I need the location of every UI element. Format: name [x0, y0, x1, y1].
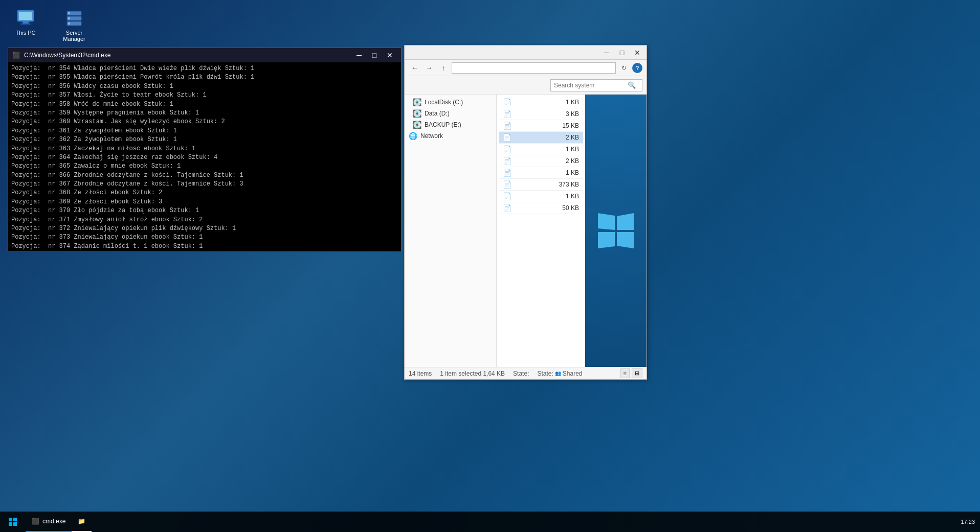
list-view-button[interactable]: ≡ — [620, 368, 630, 378]
cmd-line: Pozycja: nr 369 Ze złości ebook Sztuk: 3 — [11, 198, 398, 206]
svg-marker-10 — [598, 213, 615, 230]
cmd-line: Pozycja: nr 371 Zmysłowy anioł stróż ebo… — [11, 216, 398, 224]
file-name-cell: 📄 — [499, 108, 532, 120]
file-name-cell: 📄 — [499, 202, 532, 214]
address-bar[interactable] — [452, 62, 616, 74]
nav-refresh-button[interactable]: ↻ — [618, 62, 630, 74]
taskbar-cmd-item[interactable]: ⬛ cmd.exe — [26, 512, 72, 532]
desktop-icon-this-pc[interactable]: This PC — [5, 5, 46, 38]
desktop-icon-server-manager[interactable]: Server Manager — [54, 5, 95, 44]
sidebar-item-network[interactable]: 🌐 Network — [405, 130, 496, 142]
cmd-line: Pozycja: nr 358 Wróć do mnie ebook Sztuk… — [11, 100, 398, 109]
taskbar-explorer-item[interactable]: 📁 — [72, 512, 92, 532]
cmd-minimize-button[interactable]: ─ — [352, 48, 366, 62]
server-manager-label: Server Manager — [56, 30, 93, 42]
cmd-line: Pozycja: nr 373 Zniewalający opiekun ebo… — [11, 233, 398, 242]
table-row[interactable]: 📄2 KB — [499, 155, 583, 167]
cmd-line: Pozycja: nr 360 Wzrastam. Jak się wylecz… — [11, 118, 398, 126]
cmd-maximize-button[interactable]: □ — [367, 48, 382, 62]
cmd-line: Pozycja: nr 372 Zniewalający opiekun pli… — [11, 224, 398, 233]
taskbar-explorer-icon: 📁 — [78, 518, 85, 525]
cmd-line: Pozycja: nr 368 Ze złości ebook Sztuk: 2 — [11, 189, 398, 197]
taskbar-tray: 17:23 — [955, 519, 980, 525]
file-size-cell: 1 KB — [532, 167, 583, 179]
view-buttons: ≡ ⊞ — [620, 368, 642, 378]
server-manager-icon — [64, 7, 84, 28]
taskbar-cmd-icon: ⬛ — [32, 518, 39, 525]
file-name-cell: 📄 — [499, 191, 532, 202]
table-row[interactable]: 📄3 KB — [499, 108, 583, 120]
cmd-line: Pozycja: nr 366 Zbrodnie odczytane z koś… — [11, 171, 398, 180]
explorer-minimize-button[interactable]: ─ — [599, 45, 614, 60]
table-row[interactable]: 📄1 KB — [499, 144, 583, 155]
explorer-titlebar: ─ □ ✕ — [405, 45, 647, 60]
svg-rect-14 — [9, 518, 12, 521]
svg-rect-5 — [68, 12, 70, 14]
svg-rect-7 — [68, 17, 70, 19]
file-size-cell: 1 KB — [532, 144, 583, 155]
table-row[interactable]: 📄373 KB — [499, 179, 583, 191]
svg-rect-15 — [13, 518, 17, 521]
svg-rect-2 — [23, 21, 29, 24]
search-icon: 🔍 — [628, 81, 636, 89]
state-label: State: — [513, 370, 529, 377]
tray-time: 17:23 — [961, 519, 975, 525]
cmd-title: C:\Windows\System32\cmd.exe — [24, 52, 110, 59]
help-button[interactable]: ? — [632, 63, 642, 73]
sidebar-item-local-disk-c[interactable]: 💽 LocalDisk (C:) — [405, 97, 496, 108]
nav-forward-button[interactable]: → — [423, 62, 435, 74]
table-row[interactable]: 📄15 KB — [499, 120, 583, 132]
cmd-content[interactable]: Pozycja: nr 354 Władca pierścieni Dwie w… — [8, 62, 401, 251]
file-size-cell: 15 KB — [532, 120, 583, 132]
explorer-window-controls: ─ □ ✕ — [599, 45, 644, 60]
search-input[interactable] — [554, 82, 626, 89]
sidebar-label-e: BACKUP (E:) — [425, 121, 461, 128]
nav-up-button[interactable]: ↑ — [437, 62, 450, 74]
file-name-cell: 📄 — [499, 179, 532, 191]
desktop: This PC Server Manager ⬛ C:\Windows\Syst… — [0, 0, 980, 532]
cmd-titlebar: ⬛ C:\Windows\System32\cmd.exe ─ □ ✕ — [8, 48, 401, 62]
start-button[interactable] — [0, 512, 26, 532]
file-size-cell: 373 KB — [532, 179, 583, 191]
table-row[interactable]: 📄50 KB — [499, 202, 583, 214]
svg-rect-16 — [9, 522, 12, 526]
table-row[interactable]: 📄1 KB — [499, 167, 583, 179]
explorer-main[interactable]: 📄1 KB📄3 KB📄15 KB📄2 KB📄1 KB📄2 KB📄1 KB📄373… — [497, 95, 585, 367]
svg-marker-12 — [598, 232, 615, 248]
cmd-icon: ⬛ — [12, 52, 20, 59]
cmd-line: Pozycja: nr 363 Zaczekaj na miłość ebook… — [11, 145, 398, 153]
explorer-right-panel — [585, 95, 647, 367]
cmd-line: Pozycja: nr 362 Za żywopłotem ebook Sztu… — [11, 135, 398, 144]
explorer-maximize-button[interactable]: □ — [615, 45, 629, 60]
table-row[interactable]: 📄1 KB — [499, 191, 583, 202]
file-name-cell: 📄 — [499, 120, 532, 132]
cmd-line: Pozycja: nr 359 Występne pragnienia eboo… — [11, 109, 398, 118]
svg-marker-11 — [617, 213, 634, 230]
cmd-line: Pozycja: nr 370 Zło pójdzie za tobą eboo… — [11, 206, 398, 215]
cmd-line: Pozycja: nr 374 Żądanie miłości t. 1 ebo… — [11, 242, 398, 251]
cmd-close-button[interactable]: ✕ — [383, 48, 397, 62]
nav-back-button[interactable]: ← — [409, 62, 421, 74]
explorer-close-button[interactable]: ✕ — [630, 45, 644, 60]
cmd-line: Pozycja: nr 364 Zakochaj się jeszcze raz… — [11, 153, 398, 162]
file-size-cell: 1 KB — [532, 97, 583, 108]
table-row[interactable]: 📄1 KB — [499, 97, 583, 108]
taskbar: ⬛ cmd.exe 📁 17:23 — [0, 512, 980, 532]
cmd-line: Pozycja: nr 355 Władca pierścieni Powrót… — [11, 73, 398, 82]
sidebar-item-data-d[interactable]: 💽 Data (D:) — [405, 108, 496, 119]
sidebar-label-d: Data (D:) — [425, 110, 450, 117]
explorer-window: ─ □ ✕ ← → ↑ ↻ ? 🔍 💽 — [404, 45, 647, 380]
cmd-titlebar-left: ⬛ C:\Windows\System32\cmd.exe — [12, 52, 110, 59]
detail-view-button[interactable]: ⊞ — [632, 368, 642, 378]
sidebar-item-backup-e[interactable]: 💽 BACKUP (E:) — [405, 119, 496, 130]
file-size-cell: 3 KB — [532, 108, 583, 120]
taskbar-cmd-label: cmd.exe — [42, 518, 65, 525]
taskbar-items: ⬛ cmd.exe 📁 — [26, 512, 955, 532]
state-value: State: 👥 Shared — [537, 370, 582, 377]
explorer-body: 💽 LocalDisk (C:) 💽 Data (D:) 💽 BACKUP (E… — [405, 95, 647, 367]
file-name-cell: 📄 — [499, 132, 532, 144]
table-row[interactable]: 📄2 KB — [499, 132, 583, 144]
cmd-window-controls: ─ □ ✕ — [352, 48, 397, 62]
explorer-toolbar: 🔍 — [405, 76, 647, 95]
file-size-cell: 2 KB — [532, 155, 583, 167]
